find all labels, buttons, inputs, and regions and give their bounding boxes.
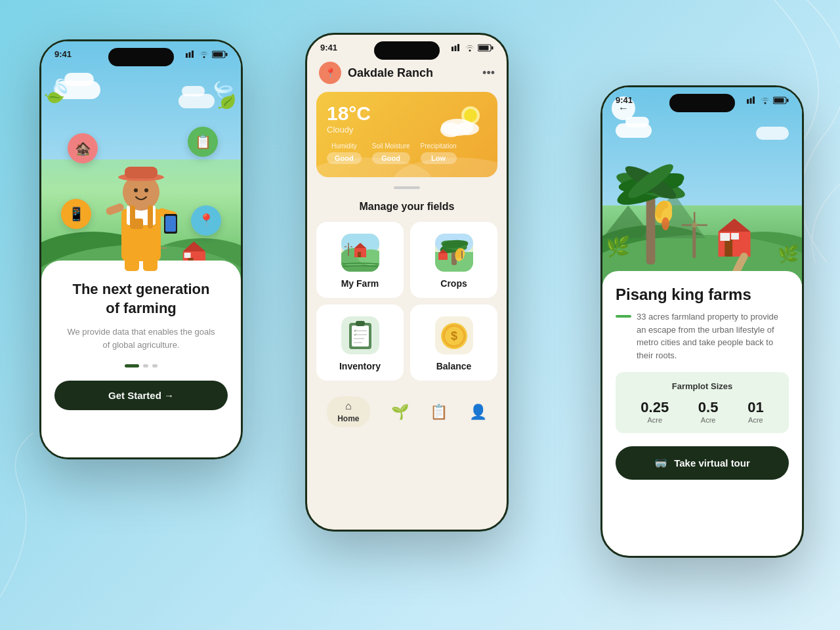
svg-rect-36 xyxy=(452,47,453,51)
nav-tasks[interactable]: 📋 xyxy=(430,404,448,421)
farmplot-size-1: 0.25 Acre xyxy=(640,399,669,424)
floating-icon-plant: 📋 xyxy=(188,127,218,157)
svg-rect-6 xyxy=(226,52,228,56)
dynamic-island-2 xyxy=(374,41,440,60)
svg-rect-73 xyxy=(438,253,448,260)
svg-rect-2 xyxy=(192,51,194,58)
more-menu-button[interactable]: ••• xyxy=(482,66,495,80)
svg-rect-42 xyxy=(492,46,494,49)
onboarding-title: The next generationof farming xyxy=(72,280,209,318)
farmplot-num-3: 01 xyxy=(747,399,763,416)
farm-desc-text: 33 acres farmland property to provide an… xyxy=(637,310,789,362)
svg-rect-94 xyxy=(753,96,755,104)
svg-rect-33 xyxy=(148,205,153,228)
svg-rect-32 xyxy=(130,205,135,228)
cloud-scene-3 xyxy=(756,127,789,140)
farm-detail-content: Pisang king farms 33 acres farmland prop… xyxy=(602,271,802,493)
grid-item-balance[interactable]: $ Balance xyxy=(410,304,497,381)
profile-icon: 👤 xyxy=(469,404,487,421)
svg-point-39 xyxy=(469,49,471,51)
svg-rect-37 xyxy=(455,46,457,52)
farmplot-unit-2: Acre xyxy=(698,416,719,424)
svg-rect-92 xyxy=(747,99,749,104)
field-grid: My Farm xyxy=(316,222,497,381)
status-time-1: 9:41 xyxy=(54,49,72,59)
svg-rect-97 xyxy=(774,98,784,102)
tasks-icon: 📋 xyxy=(430,404,448,421)
crops-icon xyxy=(435,234,473,272)
svg-point-111 xyxy=(692,222,697,228)
nav-home[interactable]: ⌂ Home xyxy=(327,396,369,427)
svg-point-95 xyxy=(765,102,766,104)
svg-rect-30 xyxy=(165,216,176,232)
svg-marker-106 xyxy=(719,219,751,232)
phone-farm-detail: 9:41 ← xyxy=(600,85,804,558)
farm-scene-detail xyxy=(602,153,802,284)
weather-hills xyxy=(316,154,497,177)
home-icon: ⌂ xyxy=(345,400,352,412)
farmplot-sizes-table: Farmplot Sizes 0.25 Acre 0.5 Acre 01 Acr… xyxy=(616,372,789,433)
grid-item-inventory[interactable]: ✓ ✓ Inventory xyxy=(316,304,404,381)
svg-rect-24 xyxy=(125,167,158,178)
bottom-navigation: ⌂ Home 🌱 📋 👤 xyxy=(307,390,507,440)
farmplot-size-2: 0.5 Acre xyxy=(698,399,719,424)
farmplot-num-2: 0.5 xyxy=(698,399,719,416)
grid-item-my-farm[interactable]: My Farm xyxy=(316,222,404,298)
svg-rect-108 xyxy=(720,233,730,241)
svg-rect-0 xyxy=(186,53,188,58)
dot-3 xyxy=(152,364,158,368)
svg-rect-93 xyxy=(750,98,752,104)
svg-point-3 xyxy=(203,56,205,58)
dot-active xyxy=(125,364,139,368)
balance-label: Balance xyxy=(436,361,472,371)
phone-onboarding: 9:41 xyxy=(39,39,243,459)
get-started-button[interactable]: Get Started → xyxy=(54,381,228,410)
humidity-label: Humidity xyxy=(327,142,362,150)
farmplot-unit-3: Acre xyxy=(747,416,763,424)
page-dots xyxy=(125,364,158,368)
grid-item-crops[interactable]: Crops xyxy=(410,222,497,298)
balance-icon: $ xyxy=(435,316,473,354)
inventory-label: Inventory xyxy=(339,361,381,371)
my-farm-icon xyxy=(341,234,379,272)
status-icons-1 xyxy=(186,51,228,58)
section-title: Manage your fields xyxy=(307,194,507,222)
status-icons-3 xyxy=(747,96,789,104)
cloud-4 xyxy=(182,86,205,96)
app-header: 📍 Oakdale Ranch ••• xyxy=(307,56,507,92)
farm-detail-scene: ← xyxy=(602,87,802,284)
status-time-2: 9:41 xyxy=(320,43,337,52)
weather-card: 18°C Cloudy Humidity Good xyxy=(316,92,497,177)
nav-plants[interactable]: 🌱 xyxy=(391,404,409,421)
phone-main-app: 9:41 📍 Oakdale Ranch ••• 18°C Cloudy xyxy=(305,33,509,532)
svg-rect-75 xyxy=(461,251,463,259)
drag-handle[interactable] xyxy=(394,186,420,189)
virtual-tour-label: Take virtual tour xyxy=(674,457,750,469)
floating-icon-sensor: 📱 xyxy=(61,199,91,229)
status-icons-2 xyxy=(452,44,494,52)
nav-profile[interactable]: 👤 xyxy=(469,404,487,421)
virtual-tour-button[interactable]: 🥽 Take virtual tour xyxy=(616,446,789,480)
crops-label: Crops xyxy=(440,278,467,289)
status-time-3: 9:41 xyxy=(616,95,633,105)
svg-rect-35 xyxy=(143,255,158,271)
onboarding-subtitle: We provide data that enables the goalsof… xyxy=(67,326,215,351)
green-accent-line xyxy=(616,315,631,318)
weather-icon xyxy=(434,102,487,144)
farmplot-unit-1: Acre xyxy=(640,416,669,424)
my-farm-label: My Farm xyxy=(341,278,379,289)
svg-rect-98 xyxy=(787,98,789,102)
svg-point-25 xyxy=(134,188,138,192)
farmer-illustration xyxy=(95,143,187,277)
dot-2 xyxy=(143,364,148,368)
svg-point-49 xyxy=(393,158,497,177)
svg-text:✓: ✓ xyxy=(354,333,357,337)
svg-rect-79 xyxy=(356,321,365,326)
dynamic-island-3 xyxy=(669,94,735,112)
farm-title: Pisang king farms xyxy=(616,285,789,304)
svg-rect-109 xyxy=(731,233,739,240)
svg-text:$: $ xyxy=(451,329,457,343)
temperature: 18°C xyxy=(327,102,371,125)
soil-moisture-label: Soil Moisture xyxy=(372,142,410,150)
svg-rect-41 xyxy=(479,45,489,50)
